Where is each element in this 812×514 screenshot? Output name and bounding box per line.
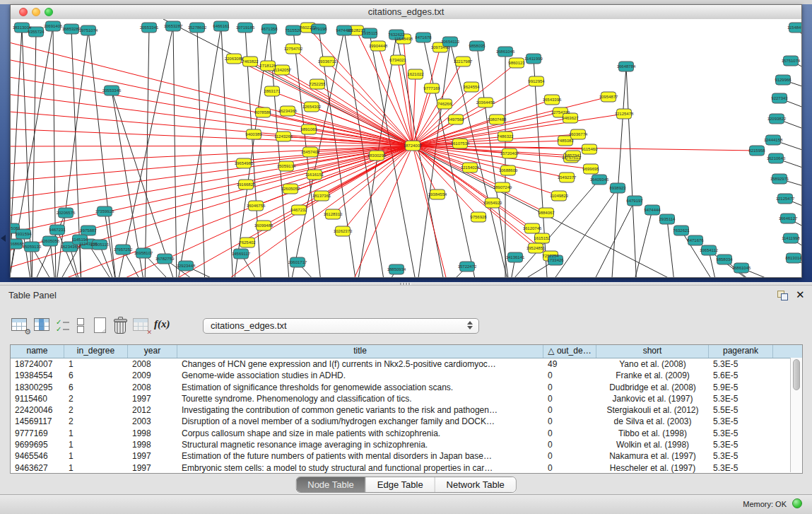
network-canvas[interactable]: 1872400786022721275470211342057286317180… (11, 19, 801, 277)
graph-edge-red (413, 74, 416, 146)
table-row[interactable]: 946554611997Estimation of the future num… (11, 450, 802, 462)
memory-status-indicator[interactable] (792, 498, 802, 508)
graph-node-label: 16046756 (247, 204, 266, 208)
table-row[interactable]: 911546021997Tourette syndrome. Phenomeno… (11, 393, 802, 404)
table-mode-icon[interactable]: ⚙ (11, 317, 28, 334)
column-header-pagerank[interactable]: pagerank (709, 345, 773, 358)
show-columns-icon[interactable] (34, 317, 51, 334)
graph-node-label: 16234366 (278, 109, 298, 113)
tab-network-table[interactable]: Network Table (435, 477, 516, 492)
network-view-frame: citations_edges.txt 18724007860227212754… (0, 4, 812, 282)
graph-node-label: 1733426 (547, 258, 564, 262)
graph-node-label: 11616151 (305, 173, 324, 177)
close-window-button[interactable] (19, 8, 28, 16)
selected-table-name: citations_edges.txt (211, 320, 287, 331)
column-header-title[interactable]: title (177, 345, 543, 358)
table-selector-dropdown[interactable]: citations_edges.txt (203, 318, 479, 334)
graph-node-label: 9129966 (775, 78, 792, 82)
table-row[interactable]: 1938455462009Genome-wide association stu… (11, 370, 802, 381)
cell-pagerank: 5.3E-5 (709, 462, 773, 474)
graph-node-label: 16128313 (324, 212, 343, 216)
graph-node-label: 9355724 (28, 30, 45, 34)
cell-name: 9465546 (11, 450, 64, 462)
table-row[interactable]: 1456911722003Disruption of a novel membe… (11, 416, 802, 427)
graph-node-label: 8215958 (748, 148, 765, 153)
scrollbar-thumb[interactable] (793, 359, 800, 390)
graph-node-label: 16107534 (451, 141, 470, 146)
graph-node-label: 14136141 (506, 255, 525, 259)
table-panel-header: Table Panel ✕ (0, 286, 812, 305)
graph-node-label: 16099489 (254, 223, 273, 228)
graph-edge-red (11, 146, 413, 146)
column-header-short[interactable]: short (596, 345, 709, 358)
cell-year: 1998 (128, 428, 177, 439)
graph-node-label: 2863171 (264, 89, 281, 93)
graph-node-label: 12093822 (767, 117, 787, 121)
graph-node-label: 9777169 (423, 86, 440, 90)
cell-year: 2008 (128, 382, 177, 393)
graph-node-label: 12923448 (177, 264, 196, 268)
cell-outde: 49 (543, 358, 596, 370)
column-header-year[interactable]: year (128, 345, 177, 358)
column-header-indegree[interactable]: in_degree (64, 345, 128, 358)
graph-node-label: 17359928 (95, 209, 114, 214)
window-titlebar[interactable]: citations_edges.txt (11, 5, 801, 20)
cell-short: Franke et al. (2009) (596, 370, 709, 381)
graph-node-label: 11342057 (273, 68, 292, 72)
graph-node-label: 10719185 (236, 25, 255, 30)
table-row[interactable]: 969969511998Structural magnetic resonanc… (11, 439, 802, 450)
cell-year: 2009 (128, 370, 177, 381)
column-highlight-glyph (39, 319, 44, 330)
cell-name: 9699695 (11, 439, 64, 450)
graph-node-label: 20553346 (102, 88, 122, 93)
panel-collapse-arrow[interactable] (1, 235, 6, 242)
status-bar: Memory: OK (0, 494, 812, 514)
graph-node-label: 9857941 (565, 153, 582, 158)
table-row[interactable]: 1872400712008Changes of HCN gene express… (11, 358, 802, 370)
graph-node-label: 11243266 (274, 134, 293, 139)
graph-node-label: 1145194 (72, 238, 89, 242)
column-header-outde[interactable]: △ out_de… (543, 345, 596, 358)
delete-table-icon[interactable]: ✕ (133, 317, 150, 334)
unselect-all-icon[interactable] (72, 317, 89, 334)
close-panel-icon[interactable]: ✕ (796, 288, 805, 301)
select-all-icon[interactable]: ✓ ✓ (55, 317, 72, 334)
graph-node-label: 10654112 (700, 248, 719, 252)
create-column-icon[interactable] (92, 317, 109, 334)
cell-year: 1997 (128, 393, 177, 404)
vertical-scrollbar[interactable] (790, 358, 802, 472)
float-panel-icon[interactable] (777, 291, 788, 300)
cell-pagerank: 5.6E-5 (709, 370, 773, 381)
cell-indegree: 1 (64, 450, 128, 462)
graph-node-label: 12125478 (615, 112, 634, 116)
tab-edge-table[interactable]: Edge Table (366, 477, 435, 492)
table-row[interactable]: 2242004622012Investigating the contribut… (11, 404, 802, 416)
column-header-name[interactable]: name (11, 345, 64, 358)
cell-title: Tourette syndrome. Phenomenology and cla… (177, 393, 543, 404)
table-row[interactable]: 977716911998Corpus callosum shape and si… (11, 428, 802, 439)
graph-edge-black (117, 26, 173, 277)
cell-short: Wolkin et al. (1998) (596, 439, 709, 450)
document-glyph (94, 317, 106, 333)
graph-node-label: 9227343 (771, 96, 788, 100)
table-row[interactable]: 946362711997Embryonic stem cells: a mode… (11, 462, 802, 474)
cell-outde: 0 (543, 382, 596, 393)
graph-node-label: 16861046 (496, 49, 515, 54)
cell-outde: 0 (543, 370, 596, 381)
zoom-window-button[interactable] (45, 8, 53, 16)
graph-node-label: 19166825 (237, 182, 256, 187)
function-builder-icon[interactable]: f(x) (154, 318, 170, 330)
splitter-grip-icon[interactable] (400, 283, 411, 285)
delete-column-icon[interactable] (112, 317, 129, 334)
cell-name: 9463627 (11, 462, 64, 474)
cell-name: 9115460 (11, 393, 64, 404)
minimize-window-button[interactable] (32, 8, 40, 16)
tab-node-table[interactable]: Node Table (296, 477, 366, 492)
graph-node-label: 7252255 (309, 82, 326, 86)
table-row[interactable]: 1830029562008Estimation of significance … (11, 382, 802, 393)
graph-edge-black (173, 26, 177, 277)
graph-node-label: 9858034 (716, 257, 733, 262)
graph-node-label: 19336713 (318, 59, 337, 64)
graph-node-label: 7515526 (285, 28, 302, 33)
graph-node-label: 16958107 (134, 251, 153, 255)
